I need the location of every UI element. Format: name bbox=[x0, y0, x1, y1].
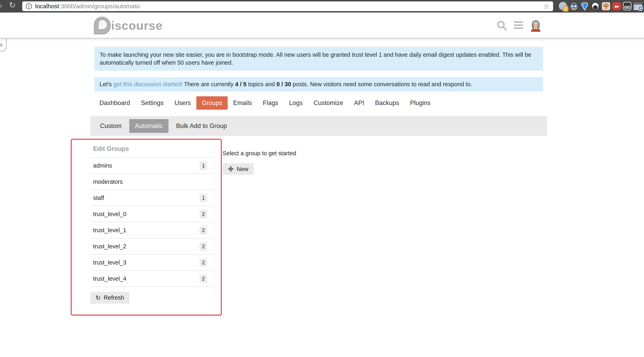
notice-prefix: Let's bbox=[100, 81, 113, 87]
extension-bar: 1 bbox=[559, 2, 642, 11]
logo-wordmark: iscourse bbox=[111, 18, 162, 32]
topics-count: 4 / 5 bbox=[235, 81, 246, 87]
new-button-label: New bbox=[237, 166, 248, 172]
get-discussion-started-link[interactable]: get this discussion started! bbox=[113, 81, 182, 87]
binoculars-extension-icon[interactable] bbox=[623, 2, 632, 11]
extension-badge: 1 bbox=[563, 6, 568, 11]
reload-icon[interactable]: ↻ bbox=[9, 0, 16, 10]
blue-gem-extension-icon[interactable] bbox=[580, 2, 589, 11]
goggles-avatar-extension-icon[interactable] bbox=[570, 2, 578, 11]
admin-tab-customize[interactable]: Customize bbox=[308, 96, 348, 110]
group-detail-panel: Select a group to get started ✚ New bbox=[222, 145, 296, 304]
group-name[interactable]: trust_level_2 bbox=[93, 243, 126, 250]
binocular-lens-right bbox=[627, 6, 630, 9]
group-row-staff[interactable]: staff 1 bbox=[90, 190, 214, 206]
notice-mid2: topics and bbox=[246, 81, 276, 87]
group-row-trust-level-2[interactable]: trust_level_2 2 bbox=[90, 239, 214, 255]
url-bar[interactable]: i localhost:3000/admin/groups/automatic … bbox=[22, 1, 553, 11]
discourse-bubble-icon bbox=[92, 16, 112, 35]
camera-graphic bbox=[634, 2, 642, 10]
search-icon[interactable] bbox=[496, 20, 508, 32]
subtab-bulk-add[interactable]: Bulk Add to Group bbox=[170, 119, 233, 133]
group-row-admins[interactable]: admins 1 bbox=[90, 158, 214, 174]
group-name[interactable]: trust_level_3 bbox=[93, 259, 126, 266]
admin-tab-flags[interactable]: Flags bbox=[257, 96, 284, 110]
side-tab-label: s bbox=[0, 41, 2, 48]
posts-count: 0 / 30 bbox=[276, 81, 291, 87]
knight-avatar[interactable] bbox=[529, 19, 542, 32]
group-row-moderators[interactable]: moderators bbox=[90, 174, 214, 190]
admin-nav: Dashboard Settings Users Groups Emails F… bbox=[94, 96, 547, 110]
group-count-badge: 2 bbox=[200, 274, 207, 283]
bookmark-star-icon[interactable]: ☆ bbox=[544, 2, 550, 11]
content-wrap: To make launching your new site easier, … bbox=[90, 39, 547, 304]
sheep-face-graphic bbox=[591, 2, 600, 11]
group-name[interactable]: moderators bbox=[93, 178, 123, 185]
ember-hamster-extension-icon[interactable]: ember bbox=[602, 2, 610, 11]
admin-tab-dashboard[interactable]: Dashboard bbox=[94, 96, 136, 110]
binocular-lens-left bbox=[624, 6, 627, 9]
back-chevron-icon[interactable] bbox=[0, 4, 2, 9]
group-count-badge: 2 bbox=[200, 210, 207, 219]
group-row-trust-level-1[interactable]: trust_level_1 2 bbox=[90, 222, 214, 239]
admin-tab-groups[interactable]: Groups bbox=[196, 96, 228, 110]
screenshot-camera-extension-icon[interactable] bbox=[634, 2, 642, 11]
site-header: iscourse bbox=[0, 12, 644, 38]
group-row-trust-level-3[interactable]: trust_level_3 2 bbox=[90, 255, 214, 271]
partial-side-tab[interactable]: s bbox=[0, 39, 6, 51]
browser-toolbar: ↻ i localhost:3000/admin/groups/automati… bbox=[0, 0, 644, 12]
camera-top-bar bbox=[634, 2, 642, 5]
group-name[interactable]: trust_level_4 bbox=[93, 275, 126, 282]
admin-tab-emails[interactable]: Emails bbox=[228, 96, 257, 110]
groups-sub-nav: Custom Automatic Bulk Add to Group bbox=[90, 116, 547, 136]
groups-main: Edit Groups admins 1 moderators staff 1 … bbox=[90, 145, 547, 304]
subtab-automatic[interactable]: Automatic bbox=[129, 119, 168, 133]
group-list: admins 1 moderators staff 1 trust_level_… bbox=[90, 157, 214, 287]
gray-sphere-extension-icon[interactable]: 1 bbox=[559, 2, 568, 11]
group-row-trust-level-0[interactable]: trust_level_0 2 bbox=[90, 206, 214, 222]
admin-tab-logs[interactable]: Logs bbox=[284, 96, 308, 110]
group-count-badge: 2 bbox=[200, 242, 207, 251]
group-name[interactable]: staff bbox=[93, 195, 104, 201]
panel-title: Edit Groups bbox=[90, 145, 214, 152]
binoculars-graphic bbox=[623, 2, 632, 10]
plus-icon: ✚ bbox=[228, 166, 234, 172]
notice-suffix: posts. New visitors need some conversati… bbox=[291, 81, 472, 87]
admin-tab-settings[interactable]: Settings bbox=[136, 96, 169, 110]
group-name[interactable]: trust_level_1 bbox=[93, 227, 126, 234]
url-text: localhost:3000/admin/groups/automatic bbox=[35, 3, 140, 10]
group-name[interactable]: trust_level_0 bbox=[93, 211, 126, 217]
refresh-label: Refresh bbox=[104, 294, 124, 301]
group-count-badge: 1 bbox=[200, 161, 207, 170]
bootstrap-mode-notice: To make launching your new site easier, … bbox=[94, 47, 543, 71]
admin-tab-api[interactable]: API bbox=[349, 96, 370, 110]
groups-list-panel: Edit Groups admins 1 moderators staff 1 … bbox=[90, 145, 214, 304]
fast-forward-glyph: ▶▶ bbox=[612, 2, 621, 10]
blue-gem-graphic bbox=[580, 2, 589, 11]
goggles-avatar-graphic bbox=[570, 2, 578, 11]
refresh-icon: ↻ bbox=[96, 294, 100, 301]
hamburger-icon[interactable] bbox=[514, 21, 523, 30]
camera-lens bbox=[638, 6, 643, 11]
group-row-trust-level-4[interactable]: trust_level_4 2 bbox=[90, 271, 214, 287]
admin-tab-users[interactable]: Users bbox=[169, 96, 196, 110]
discourse-logo[interactable]: iscourse bbox=[92, 16, 162, 35]
url-host: localhost bbox=[35, 3, 59, 9]
bootstrap-notice-text: To make launching your new site easier, … bbox=[100, 51, 531, 66]
group-count-badge: 2 bbox=[200, 258, 207, 267]
refresh-button[interactable]: ↻ Refresh bbox=[90, 292, 130, 304]
discussion-notice: Let's get this discussion started! There… bbox=[94, 77, 543, 91]
svg-text:ember: ember bbox=[603, 7, 609, 10]
subtab-custom[interactable]: Custom bbox=[94, 119, 127, 133]
admin-tab-plugins[interactable]: Plugins bbox=[404, 96, 436, 110]
empty-state-text: Select a group to get started bbox=[222, 150, 296, 157]
admin-tab-backups[interactable]: Backups bbox=[370, 96, 404, 110]
sheep-face-extension-icon[interactable] bbox=[591, 2, 600, 11]
group-count-badge: 2 bbox=[200, 226, 207, 235]
ember-hamster-graphic: ember bbox=[602, 2, 610, 11]
fast-forward-extension-icon[interactable]: ▶▶ bbox=[612, 2, 621, 11]
new-group-button[interactable]: ✚ New bbox=[222, 163, 254, 175]
info-icon[interactable]: i bbox=[26, 3, 32, 9]
url-path: :3000/admin/groups/automatic bbox=[59, 3, 140, 9]
group-name[interactable]: admins bbox=[93, 162, 112, 169]
